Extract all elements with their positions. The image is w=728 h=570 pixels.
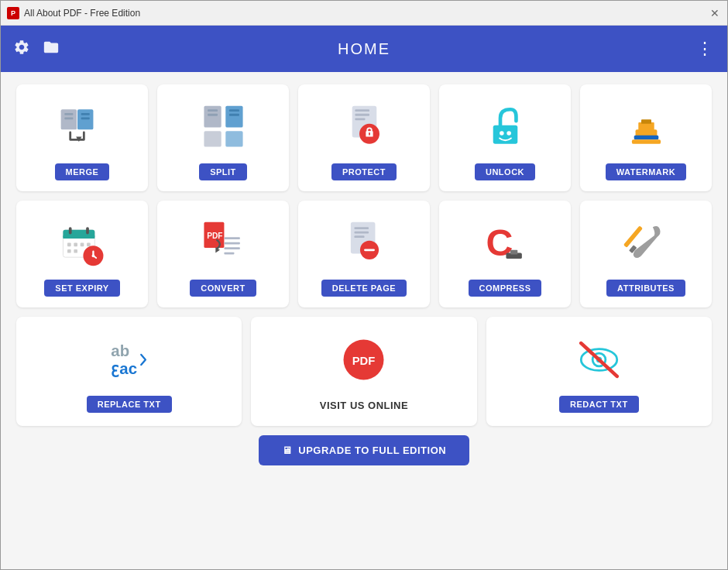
svg-rect-16 bbox=[355, 109, 369, 112]
visit-online-icon: PDF bbox=[337, 332, 391, 386]
svg-point-25 bbox=[507, 131, 511, 136]
compress-icon: C bbox=[478, 216, 532, 270]
svg-rect-7 bbox=[204, 105, 221, 127]
svg-rect-54 bbox=[354, 227, 369, 229]
svg-text:ab: ab bbox=[111, 342, 129, 359]
page-title: HOME bbox=[338, 40, 390, 58]
watermark-icon bbox=[619, 100, 673, 154]
delete-page-label: DELETE PAGE bbox=[321, 280, 407, 297]
row-3: ab ꜫac REPLACE TXT PDF VISIT US ONLINE bbox=[16, 317, 712, 426]
svg-rect-13 bbox=[204, 131, 221, 146]
title-bar: P All About PDF - Free Edition ✕ bbox=[1, 1, 727, 26]
svg-rect-36 bbox=[67, 242, 71, 246]
svg-rect-8 bbox=[208, 109, 218, 112]
delete-page-card[interactable]: DELETE PAGE bbox=[298, 201, 430, 307]
merge-card[interactable]: MERGE bbox=[16, 84, 148, 191]
merge-label: MERGE bbox=[55, 163, 110, 180]
delete-page-icon bbox=[337, 216, 391, 270]
svg-rect-51 bbox=[224, 247, 239, 249]
svg-text:PDF: PDF bbox=[207, 232, 222, 240]
svg-rect-5 bbox=[81, 117, 89, 119]
svg-rect-49 bbox=[224, 237, 239, 239]
unlock-card[interactable]: UNLOCK bbox=[439, 84, 571, 191]
svg-rect-10 bbox=[225, 105, 242, 127]
svg-text:PDF: PDF bbox=[352, 355, 376, 367]
convert-card[interactable]: PDF CONVERT bbox=[157, 201, 289, 307]
svg-rect-4 bbox=[81, 112, 89, 115]
svg-rect-55 bbox=[354, 231, 369, 233]
protect-card[interactable]: PROTECT bbox=[298, 84, 430, 191]
folder-icon[interactable] bbox=[43, 39, 60, 60]
upgrade-button[interactable]: 🖥 UPGRADE TO FULL EDITION bbox=[259, 435, 469, 465]
main-content: MERGE SPLIT bbox=[1, 72, 727, 570]
replace-txt-icon: ab ꜫac bbox=[102, 332, 156, 386]
svg-rect-29 bbox=[634, 135, 658, 139]
svg-rect-23 bbox=[493, 125, 517, 143]
close-button[interactable]: ✕ bbox=[709, 7, 721, 19]
svg-rect-33 bbox=[63, 235, 94, 239]
split-label: SPLIT bbox=[199, 163, 247, 180]
svg-point-62 bbox=[633, 250, 640, 257]
settings-icon[interactable] bbox=[13, 39, 30, 60]
upgrade-label: UPGRADE TO FULL EDITION bbox=[298, 445, 446, 456]
svg-rect-52 bbox=[224, 252, 234, 254]
svg-rect-56 bbox=[354, 235, 364, 238]
svg-rect-2 bbox=[64, 117, 73, 119]
svg-rect-38 bbox=[80, 242, 84, 246]
svg-rect-37 bbox=[74, 242, 77, 246]
more-menu-icon[interactable]: ⋮ bbox=[696, 39, 715, 59]
svg-rect-18 bbox=[355, 118, 365, 120]
visit-online-label: VISIT US ONLINE bbox=[309, 396, 419, 415]
svg-rect-39 bbox=[87, 242, 91, 246]
compress-label: COMPRESS bbox=[469, 280, 542, 297]
compress-card[interactable]: C COMPRESS bbox=[439, 201, 571, 307]
attributes-label: ATTRIBUTES bbox=[606, 280, 685, 297]
svg-rect-61 bbox=[510, 249, 517, 254]
set-expiry-label: SET EXPIRY bbox=[44, 280, 119, 297]
attributes-icon bbox=[619, 216, 673, 270]
svg-rect-12 bbox=[228, 113, 239, 115]
svg-point-24 bbox=[500, 131, 504, 136]
convert-icon: PDF bbox=[196, 216, 250, 270]
svg-rect-40 bbox=[67, 249, 71, 252]
redact-txt-card[interactable]: REDACT TXT bbox=[486, 317, 712, 426]
unlock-label: UNLOCK bbox=[475, 163, 535, 180]
svg-rect-41 bbox=[74, 249, 77, 252]
svg-rect-63 bbox=[623, 225, 642, 247]
protect-label: PROTECT bbox=[331, 163, 397, 180]
svg-rect-34 bbox=[68, 227, 71, 234]
svg-rect-22 bbox=[369, 132, 370, 136]
svg-rect-14 bbox=[225, 131, 242, 146]
svg-text:ꜫac: ꜫac bbox=[111, 360, 137, 377]
svg-rect-1 bbox=[64, 112, 73, 115]
merge-icon bbox=[55, 100, 109, 154]
header-left-icons bbox=[13, 39, 60, 60]
row-2: SET EXPIRY PDF CONVERT bbox=[16, 201, 712, 307]
app-icon: P bbox=[7, 7, 19, 19]
row-1: MERGE SPLIT bbox=[16, 84, 712, 191]
watermark-card[interactable]: WATERMARK bbox=[580, 84, 712, 191]
convert-label: CONVERT bbox=[190, 280, 256, 297]
svg-point-45 bbox=[91, 254, 94, 257]
split-card[interactable]: SPLIT bbox=[157, 84, 289, 191]
watermark-label: WATERMARK bbox=[606, 163, 686, 180]
svg-rect-50 bbox=[224, 242, 239, 244]
set-expiry-icon bbox=[55, 216, 109, 270]
svg-rect-9 bbox=[208, 113, 218, 115]
replace-txt-card[interactable]: ab ꜫac REPLACE TXT bbox=[16, 317, 242, 426]
split-icon bbox=[196, 100, 250, 154]
unlock-icon bbox=[478, 100, 532, 154]
upgrade-bar: 🖥 UPGRADE TO FULL EDITION bbox=[16, 435, 712, 465]
set-expiry-card[interactable]: SET EXPIRY bbox=[16, 201, 148, 307]
header: HOME ⋮ bbox=[1, 26, 727, 72]
svg-rect-28 bbox=[641, 119, 651, 124]
protect-icon bbox=[337, 100, 391, 154]
svg-rect-30 bbox=[631, 139, 660, 144]
redact-txt-label: REDACT TXT bbox=[559, 396, 639, 413]
visit-online-card[interactable]: PDF VISIT US ONLINE bbox=[251, 317, 476, 426]
upgrade-icon: 🖥 bbox=[282, 445, 293, 456]
app-title: All About PDF - Free Edition bbox=[24, 8, 709, 19]
svg-rect-35 bbox=[86, 227, 89, 234]
attributes-card[interactable]: ATTRIBUTES bbox=[580, 201, 712, 307]
svg-rect-17 bbox=[355, 113, 369, 115]
